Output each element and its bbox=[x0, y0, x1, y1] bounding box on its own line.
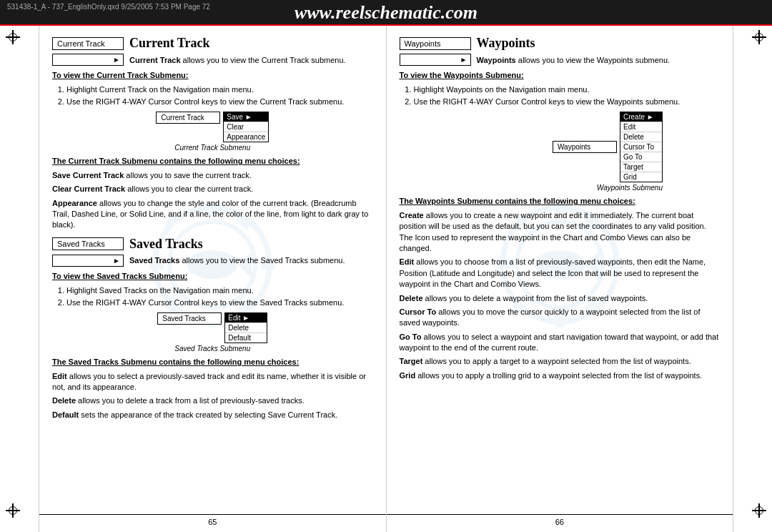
ct-item-clear: Clear bbox=[224, 122, 268, 132]
waypoints-arrow-desc: Waypoints allows you to view the Waypoin… bbox=[477, 56, 721, 64]
st-step-2: Use the RIGHT 4-WAY Cursor Control keys … bbox=[66, 297, 373, 309]
wp-choice-target: Target allows you to apply a target to a… bbox=[400, 356, 721, 367]
st-bold: Saved Tracks bbox=[129, 256, 179, 265]
current-track-rest: allows you to view the Current Track sub… bbox=[181, 56, 346, 64]
saved-tracks-header: Saved Tracks Saved Tracks bbox=[52, 237, 373, 252]
ct-appearance-rest: allows you to change the style and color… bbox=[52, 199, 368, 230]
logo-text: www.reelschematic.com bbox=[295, 2, 477, 23]
wp-arrow-icon: ► bbox=[460, 56, 467, 64]
wp-item-target: Target bbox=[620, 162, 662, 172]
current-track-arrow-row: ► Current Track allows you to view the C… bbox=[52, 54, 373, 66]
ct-choice-save: Save Current Track allows you to save th… bbox=[52, 170, 373, 181]
st-item-edit: Edit ► bbox=[225, 313, 267, 323]
wp-cursor-to-bold: Cursor To bbox=[400, 307, 437, 316]
st-diagram-main: Saved Tracks bbox=[157, 312, 222, 325]
current-track-submenu-header: To view the Current Track Submenu: bbox=[52, 70, 373, 81]
ct-choices-header: The Current Track Submenu contains the f… bbox=[52, 156, 373, 167]
st-delete-rest: allows you to delete a track from a list… bbox=[76, 396, 305, 405]
current-track-label: Current Track bbox=[52, 37, 124, 50]
st-choice-delete: Delete allows you to delete a track from… bbox=[52, 395, 373, 406]
waypoints-diagram: Waypoints Create ► Edit Delete Cursor To… bbox=[400, 112, 663, 192]
waypoints-label: Waypoints bbox=[400, 37, 471, 50]
wp-item-go-to: Go To bbox=[620, 152, 662, 162]
st-choice-default: Default sets the appearance of the track… bbox=[52, 410, 373, 420]
wp-choices-header: The Waypoints Submenu contains the follo… bbox=[400, 196, 721, 207]
st-diagram-items: Edit ► Delete Default bbox=[224, 312, 267, 343]
current-track-title: Current Track bbox=[129, 36, 210, 51]
header: 531438-1_A - 737_EnglishOnly.qxd 9/25/20… bbox=[0, 0, 772, 26]
step-2: Use the RIGHT 4-WAY Cursor Control keys … bbox=[66, 96, 373, 108]
wp-step-2: Use the RIGHT 4-WAY Cursor Control keys … bbox=[414, 96, 721, 108]
wp-step-1: Highlight Waypoints on the Navigation ma… bbox=[414, 84, 721, 96]
waypoints-arrow-box: ► bbox=[400, 54, 471, 66]
wp-diagram-main-label: Waypoints bbox=[558, 143, 590, 151]
wp-grid-bold: Grid bbox=[400, 371, 416, 380]
st-item-default: Default bbox=[225, 333, 267, 343]
ct-item-save: Save ► bbox=[224, 112, 268, 122]
wp-delete-rest: allows you to delete a waypoint from the… bbox=[423, 294, 648, 302]
wp-delete-bold: Delete bbox=[400, 294, 423, 302]
waypoints-header: Waypoints Waypoints bbox=[400, 36, 721, 51]
current-track-arrow-desc: Current Track allows you to view the Cur… bbox=[129, 56, 373, 64]
waypoints-title: Waypoints bbox=[477, 36, 535, 51]
wp-go-to-rest: allows you to select a waypoint and star… bbox=[400, 332, 719, 352]
saved-tracks-arrow-box: ► bbox=[52, 255, 124, 267]
current-track-header: Current Track Current Track bbox=[52, 36, 373, 51]
wp-create-rest: allows you to create a new waypoint and … bbox=[400, 211, 706, 252]
wp-diagram-main: Waypoints bbox=[553, 141, 617, 153]
wp-choice-delete: Delete allows you to delete a waypoint f… bbox=[400, 293, 721, 304]
st-delete-bold: Delete bbox=[52, 396, 76, 405]
current-track-bold: Current Track bbox=[129, 56, 181, 64]
wp-diagram-caption: Waypoints Submenu bbox=[597, 184, 663, 192]
wp-grid-rest: allows you to apply a trolling grid to a… bbox=[415, 371, 702, 380]
wp-target-rest: allows you to apply a target to a waypoi… bbox=[422, 357, 691, 365]
right-margin bbox=[733, 26, 772, 532]
right-arrow-icon: ► bbox=[113, 56, 120, 64]
st-step-1: Highlight Saved Tracks on the Navigation… bbox=[66, 285, 373, 297]
wp-item-delete: Delete bbox=[620, 132, 662, 142]
wp-choice-create: Create allows you to create a new waypoi… bbox=[400, 210, 721, 255]
wp-edit-rest: allows you to choose from a list of prev… bbox=[400, 257, 706, 288]
waypoints-arrow-row: ► Waypoints allows you to view the Waypo… bbox=[400, 54, 721, 66]
saved-tracks-arrow-desc: Saved Tracks allows you to view the Save… bbox=[129, 256, 373, 265]
wp-choice-go-to: Go To allows you to select a waypoint an… bbox=[400, 332, 721, 354]
current-track-diagram: Current Track Save ► Clear Appearance Cu… bbox=[52, 112, 373, 152]
ct-diagram-caption: Current Track Submenu bbox=[174, 144, 250, 152]
ct-appearance-bold: Appearance bbox=[52, 199, 97, 207]
saved-tracks-title: Saved Tracks bbox=[129, 237, 203, 252]
wp-create-bold: Create bbox=[400, 211, 424, 220]
ct-diagram-items: Save ► Clear Appearance bbox=[223, 112, 269, 142]
step-1: Highlight Current Track on the Navigatio… bbox=[66, 84, 373, 96]
wp-choice-grid: Grid allows you to apply a trolling grid… bbox=[400, 370, 721, 381]
st-diagram-caption: Saved Tracks Submenu bbox=[174, 345, 250, 353]
wp-bold: Waypoints bbox=[477, 56, 516, 64]
st-default-bold: Default bbox=[52, 410, 79, 419]
wp-edit-bold: Edit bbox=[400, 257, 415, 266]
ct-item-appearance: Appearance bbox=[224, 132, 268, 142]
page-left: Current Track Current Track ► Current Tr… bbox=[39, 26, 386, 532]
wp-item-cursor-to: Cursor To bbox=[620, 142, 662, 152]
wp-go-to-bold: Go To bbox=[400, 332, 422, 341]
st-default-rest: sets the appearance of the track created… bbox=[79, 410, 337, 419]
page-right: Waypoints Waypoints ► Waypoints allows y… bbox=[387, 26, 733, 532]
saved-tracks-diagram: Saved Tracks Edit ► Delete Default Saved… bbox=[52, 312, 373, 353]
wp-steps: Highlight Waypoints on the Navigation ma… bbox=[414, 84, 721, 107]
st-steps: Highlight Saved Tracks on the Navigation… bbox=[66, 285, 373, 308]
wp-item-grid: Grid bbox=[620, 172, 662, 182]
wp-rest: allows you to view the Waypoints submenu… bbox=[516, 56, 670, 64]
ct-clear-rest: allows you to clear the current track. bbox=[125, 184, 253, 193]
st-choices-header: The Saved Tracks Submenu contains the fo… bbox=[52, 357, 373, 368]
st-item-delete: Delete bbox=[225, 323, 267, 333]
ct-choice-appearance: Appearance allows you to change the styl… bbox=[52, 198, 373, 231]
current-track-arrow-box: ► bbox=[52, 54, 124, 66]
ct-diagram-main-label: Current Track bbox=[161, 114, 204, 122]
st-diagram-main-label: Saved Tracks bbox=[162, 315, 206, 322]
saved-tracks-arrow-row: ► Saved Tracks allows you to view the Sa… bbox=[52, 255, 373, 267]
left-margin bbox=[0, 26, 39, 532]
wp-target-bold: Target bbox=[400, 357, 423, 365]
content: Current Track Current Track ► Current Tr… bbox=[0, 26, 772, 532]
ct-save-rest: allows you to save the current track. bbox=[124, 171, 252, 179]
st-edit-rest: allows you to select a previously-saved … bbox=[52, 372, 366, 391]
st-rest: allows you to view the Saved Tracks subm… bbox=[179, 256, 345, 265]
ct-choice-clear: Clear Current Track allows you to clear … bbox=[52, 184, 373, 194]
